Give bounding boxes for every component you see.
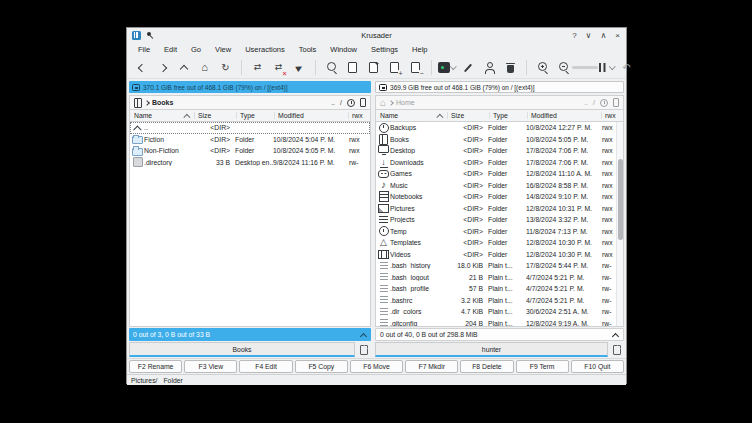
home-button[interactable] bbox=[195, 58, 214, 78]
forward-button[interactable] bbox=[153, 58, 172, 78]
fkey-f7-button[interactable]: F7 Mkdir bbox=[405, 360, 458, 373]
sync-browse-icon[interactable] bbox=[360, 98, 366, 107]
zoom-in-button[interactable] bbox=[533, 58, 552, 78]
close-tab-button[interactable] bbox=[406, 58, 425, 78]
file-row[interactable]: Desktop<DIR>Folder17/8/2024 7:06 P. M.rw… bbox=[376, 145, 623, 157]
zoom-out-button[interactable] bbox=[554, 58, 573, 78]
sync-browse-icon[interactable] bbox=[613, 98, 619, 107]
file-row[interactable]: Pictures<DIR>Folder12/8/2024 10:31 P. M.… bbox=[376, 203, 623, 215]
file-row[interactable]: Music<DIR>Folder16/8/2024 8:58 P. M.rwx bbox=[376, 180, 623, 192]
collapse-icon[interactable] bbox=[361, 332, 367, 338]
fkey-f2-button[interactable]: F2 Rename bbox=[129, 360, 182, 373]
file-row[interactable]: .bash_history18.0 KiBPlain t...17/8/2024… bbox=[376, 260, 623, 272]
new-tab-button[interactable] bbox=[610, 342, 624, 357]
column-type[interactable]: Type bbox=[236, 112, 274, 119]
file-row[interactable]: .dir_colors4.7 KiBPlain t...30/6/2024 2:… bbox=[376, 306, 623, 318]
find-button[interactable] bbox=[322, 58, 341, 78]
minimize-button[interactable]: ∨ bbox=[586, 31, 592, 40]
menu-useractions[interactable]: Useractions bbox=[238, 45, 292, 54]
column-name[interactable]: Name bbox=[376, 112, 447, 119]
panel-popup-icon[interactable] bbox=[134, 98, 142, 108]
fkey-f3-button[interactable]: F3 View bbox=[184, 360, 237, 373]
up-dir-button[interactable]: .. bbox=[331, 99, 335, 106]
equal-panel-size-button[interactable] bbox=[248, 58, 267, 78]
menu-settings[interactable]: Settings bbox=[364, 45, 405, 54]
left-disk-usage-bar[interactable]: 370.1 GiB free out of 468.1 GiB (79%) on… bbox=[129, 81, 371, 93]
select-mode-button[interactable] bbox=[290, 58, 309, 78]
file-row[interactable]: Projects<DIR>Folder13/8/2024 3:32 P. M.r… bbox=[376, 214, 623, 226]
fkey-f5-button[interactable]: F5 Copy bbox=[295, 360, 348, 373]
right-disk-usage-bar[interactable]: 369.9 GiB free out of 468.1 GiB (79%) on… bbox=[375, 81, 624, 93]
title-bar[interactable]: Krusader ? ∨ ∧ × bbox=[127, 28, 626, 42]
pause-jobs-button[interactable] bbox=[596, 58, 615, 78]
file-row[interactable]: Templates<DIR>Folder12/8/2024 10:30 P. M… bbox=[376, 237, 623, 249]
menu-window[interactable]: Window bbox=[323, 45, 364, 54]
home-icon[interactable] bbox=[380, 98, 386, 108]
new-tab-button[interactable] bbox=[385, 58, 404, 78]
help-button[interactable]: ? bbox=[572, 31, 576, 40]
swap-panels-button[interactable] bbox=[269, 58, 288, 78]
collapse-icon[interactable] bbox=[613, 332, 619, 338]
column-size[interactable]: Size bbox=[447, 112, 489, 119]
column-name[interactable]: Name bbox=[130, 112, 194, 119]
history-icon[interactable] bbox=[600, 99, 608, 107]
view-file-button[interactable] bbox=[343, 58, 362, 78]
fkey-f8-button[interactable]: F8 Delete bbox=[460, 360, 513, 373]
breadcrumb-path[interactable]: Books bbox=[152, 99, 173, 106]
file-row[interactable]: Books<DIR>Folder10/8/2024 5:05 P. M.rwx bbox=[376, 134, 623, 146]
file-row[interactable]: Temp<DIR>Folder11/8/2024 7:13 P. M.rwx bbox=[376, 226, 623, 238]
breadcrumb-path[interactable]: Home bbox=[396, 99, 415, 106]
file-row[interactable]: .bash_logout21 BPlain t...4/7/2024 5:21 … bbox=[376, 272, 623, 284]
useractions-button[interactable] bbox=[480, 58, 499, 78]
tab-books[interactable]: Books bbox=[129, 342, 355, 357]
file-row[interactable]: .directory33 BDesktop en...9/8/2024 11:1… bbox=[130, 157, 370, 169]
menu-file[interactable]: File bbox=[131, 45, 157, 54]
duplicate-tab-button[interactable] bbox=[364, 58, 383, 78]
file-row[interactable]: Notebooks<DIR>Folder14/8/2024 9:10 P. M.… bbox=[376, 191, 623, 203]
menu-help[interactable]: Help bbox=[405, 45, 434, 54]
fkey-f6-button[interactable]: F6 Move bbox=[350, 360, 403, 373]
menu-tools[interactable]: Tools bbox=[292, 45, 324, 54]
menu-view[interactable]: View bbox=[208, 45, 238, 54]
scrollbar-thumb[interactable] bbox=[618, 159, 623, 241]
terminal-button[interactable] bbox=[438, 58, 457, 78]
file-row[interactable]: ..<DIR> bbox=[130, 122, 370, 134]
fkey-f4-button[interactable]: F4 Edit bbox=[239, 360, 292, 373]
delete-button[interactable] bbox=[501, 58, 520, 78]
root-dir-button[interactable]: / bbox=[593, 99, 595, 106]
fkey-f9-button[interactable]: F9 Term bbox=[516, 360, 569, 373]
undo-button[interactable] bbox=[617, 58, 636, 78]
back-button[interactable] bbox=[132, 58, 151, 78]
file-row[interactable]: Non-Fiction<DIR>Folder10/8/2024 5:05 P. … bbox=[130, 145, 370, 157]
root-dir-button[interactable]: / bbox=[340, 99, 342, 106]
menu-edit[interactable]: Edit bbox=[157, 45, 184, 54]
scrollbar[interactable] bbox=[616, 122, 623, 326]
file-row[interactable]: .gitconfig204 BPlain t...12/8/2024 9:19 … bbox=[376, 318, 623, 328]
chevron-down-icon[interactable] bbox=[609, 63, 615, 73]
tab-hunter[interactable]: hunter bbox=[375, 342, 608, 357]
file-row[interactable]: .bash_profile57 BPlain t...4/7/2024 5:21… bbox=[376, 283, 623, 295]
column-type[interactable]: Type bbox=[489, 112, 527, 119]
zoom-slider-button[interactable] bbox=[575, 58, 594, 78]
column-rwx[interactable]: rwx bbox=[601, 112, 623, 119]
column-size[interactable]: Size bbox=[194, 112, 236, 119]
up-button[interactable] bbox=[174, 58, 193, 78]
column-modified[interactable]: Modified bbox=[527, 112, 601, 119]
edit-file-button[interactable] bbox=[459, 58, 478, 78]
file-row[interactable]: Fiction<DIR>Folder10/8/2024 5:04 P. M.rw… bbox=[130, 134, 370, 146]
column-rwx[interactable]: rwx bbox=[348, 112, 370, 119]
fkey-f10-button[interactable]: F10 Quit bbox=[571, 360, 624, 373]
reload-button[interactable] bbox=[216, 58, 235, 78]
chevron-down-icon[interactable] bbox=[450, 63, 457, 73]
file-row[interactable]: Backups<DIR>Folder10/8/2024 12:27 P. M.r… bbox=[376, 122, 623, 134]
file-row[interactable]: Games<DIR>Folder12/8/2024 11:10 A. M.rwx bbox=[376, 168, 623, 180]
file-row[interactable]: Downloads<DIR>Folder17/8/2024 7:06 P. M.… bbox=[376, 157, 623, 169]
new-tab-button[interactable] bbox=[357, 342, 371, 357]
up-dir-button[interactable]: .. bbox=[584, 99, 588, 106]
close-button[interactable]: × bbox=[615, 31, 620, 40]
file-row[interactable]: .bashrc3.2 KiBPlain t...4/7/2024 5:21 P.… bbox=[376, 295, 623, 307]
maximize-button[interactable]: ∧ bbox=[600, 31, 606, 40]
menu-go[interactable]: Go bbox=[184, 45, 208, 54]
column-modified[interactable]: Modified bbox=[274, 112, 348, 119]
file-row[interactable]: Videos<DIR>Folder12/8/2024 10:30 P. M.rw… bbox=[376, 249, 623, 261]
